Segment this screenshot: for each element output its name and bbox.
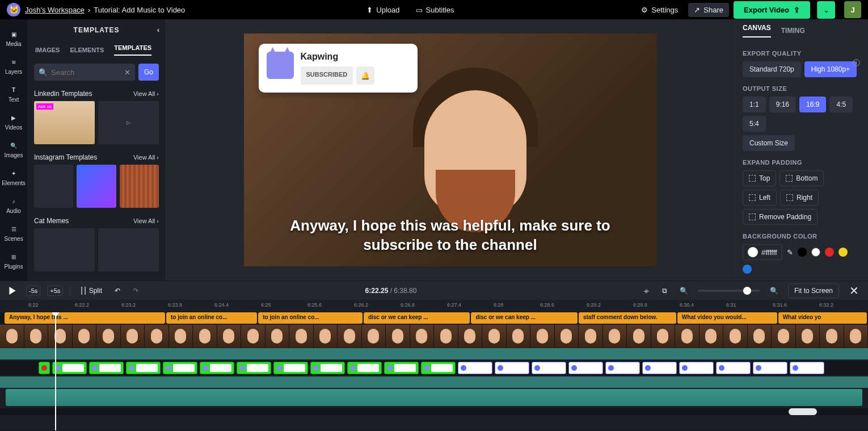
ratio-4-5[interactable]: 4:5 xyxy=(829,97,853,112)
video-clip-thumb[interactable] xyxy=(121,325,145,348)
rail-videos[interactable]: ▶Videos xyxy=(0,107,27,135)
caption-clip[interactable]: to join an online co... xyxy=(258,312,363,324)
video-clip-thumb[interactable] xyxy=(627,325,651,348)
video-clip-thumb[interactable] xyxy=(386,325,410,348)
video-clip-thumb[interactable] xyxy=(48,325,73,348)
export-button[interactable]: Export Video ⇪ xyxy=(734,1,810,19)
video-clip-thumb[interactable] xyxy=(193,325,217,348)
video-clip-thumb[interactable] xyxy=(675,325,700,348)
overlay-clip[interactable] xyxy=(495,362,529,374)
scroll-thumb[interactable] xyxy=(789,408,817,415)
search-box[interactable]: 🔍 ✕ xyxy=(34,64,135,81)
overlay-clip[interactable] xyxy=(458,362,492,374)
clear-search-icon[interactable]: ✕ xyxy=(124,68,130,77)
ratio-9-16[interactable]: 9:16 xyxy=(769,97,796,112)
video-clip-thumb[interactable] xyxy=(96,325,121,348)
upload-button[interactable]: ⬆ Upload xyxy=(361,3,405,17)
caption-clip[interactable]: What video yo xyxy=(778,312,867,324)
video-clip-thumb[interactable] xyxy=(266,325,290,348)
remove-padding[interactable]: Remove Padding xyxy=(743,209,818,225)
skip-fwd-5s[interactable]: +5s xyxy=(47,286,63,296)
overlay-clip[interactable] xyxy=(237,362,271,374)
video-clip-thumb[interactable] xyxy=(24,325,49,348)
timeline-scrollbar[interactable] xyxy=(0,408,868,415)
info-icon[interactable]: ⓘ xyxy=(853,58,860,68)
rail-audio[interactable]: ♪Audio xyxy=(0,191,27,219)
rail-text[interactable]: TText xyxy=(0,79,27,107)
video-clip-thumb[interactable] xyxy=(555,325,579,348)
template-thumb[interactable] xyxy=(34,101,95,144)
timeline-ruler[interactable]: 6:226:22.26:23.26:23.86:24.46:256:25.66:… xyxy=(0,300,868,312)
overlay-clip[interactable] xyxy=(89,362,124,374)
subtitles-button[interactable]: ▭ Subtitles xyxy=(410,3,460,17)
overlay-clip[interactable] xyxy=(716,362,751,374)
video-clip-thumb[interactable] xyxy=(410,325,435,348)
video-clip-thumb[interactable] xyxy=(796,325,820,348)
video-clip-thumb[interactable] xyxy=(482,325,507,348)
ratio-16-9[interactable]: 16:9 xyxy=(799,97,826,112)
pad-left[interactable]: Left xyxy=(743,190,777,206)
caption-clip[interactable]: What video you would... xyxy=(677,312,777,324)
rail-scenes[interactable]: ☰Scenes xyxy=(0,219,27,246)
overlay-clip[interactable] xyxy=(605,362,640,374)
export-dropdown[interactable]: ⌄ xyxy=(817,1,835,19)
video-clip-thumb[interactable] xyxy=(434,325,458,348)
search-input[interactable] xyxy=(51,68,121,77)
play-button[interactable] xyxy=(6,285,19,296)
zoom-slider[interactable] xyxy=(698,290,760,292)
view-all-linkedin[interactable]: View All › xyxy=(133,90,159,97)
user-avatar[interactable]: J xyxy=(844,1,861,18)
color-input[interactable]: #ffffff xyxy=(743,244,782,260)
tab-canvas[interactable]: CANVAS xyxy=(743,24,771,37)
close-timeline-icon[interactable]: ✕ xyxy=(846,284,862,298)
overlay-clip[interactable] xyxy=(642,362,677,374)
waveform-track-1[interactable] xyxy=(0,348,868,359)
magnet-icon[interactable]: ⧉ xyxy=(659,285,670,296)
caption-clip[interactable]: to join an online co... xyxy=(166,312,257,324)
undo-button[interactable]: ↶ xyxy=(112,285,123,296)
custom-size[interactable]: Custom Size xyxy=(743,135,795,151)
overlay-clip[interactable] xyxy=(347,362,382,374)
pad-top[interactable]: Top xyxy=(743,170,776,186)
settings-button[interactable]: ⚙ Settings xyxy=(635,3,684,17)
playhead[interactable] xyxy=(55,312,56,430)
overlay-clip[interactable] xyxy=(163,362,197,374)
tab-elements[interactable]: ELEMENTS xyxy=(70,47,104,53)
video-clip-thumb[interactable] xyxy=(458,325,483,348)
template-thumb[interactable] xyxy=(98,228,159,271)
overlay-clip[interactable] xyxy=(679,362,714,374)
overlay-clip[interactable] xyxy=(39,362,50,374)
video-clip-thumb[interactable] xyxy=(844,325,869,348)
pad-bottom[interactable]: Bottom xyxy=(779,170,824,186)
video-clip-thumb[interactable] xyxy=(603,325,627,348)
overlay-clip[interactable] xyxy=(273,362,308,374)
template-thumb[interactable] xyxy=(34,165,73,208)
video-clip-thumb[interactable] xyxy=(651,325,676,348)
split-button[interactable]: ⎮⎮ Split xyxy=(77,285,105,296)
video-clip-thumb[interactable] xyxy=(314,325,338,348)
template-thumb[interactable] xyxy=(120,165,159,208)
collapse-panel-icon[interactable]: ‹ xyxy=(157,26,160,34)
rail-images[interactable]: 🔍Images xyxy=(0,135,27,163)
caption-clip[interactable]: Anyway, I hope this ... xyxy=(5,312,165,324)
skip-back-5s[interactable]: -5s xyxy=(26,286,40,296)
swatch-black[interactable] xyxy=(798,248,807,257)
video-clip-thumb[interactable] xyxy=(217,325,242,348)
template-thumb[interactable]: ▷ xyxy=(98,101,159,144)
swatch-white[interactable] xyxy=(811,248,820,257)
overlay-clip[interactable] xyxy=(200,362,234,374)
ratio-1-1[interactable]: 1:1 xyxy=(743,97,766,112)
tab-timing[interactable]: TIMING xyxy=(781,27,805,35)
tab-images[interactable]: IMAGES xyxy=(35,47,60,53)
quality-high[interactable]: High 1080p+ xyxy=(804,61,857,77)
video-clip-thumb[interactable] xyxy=(579,325,603,348)
video-clip-thumb[interactable] xyxy=(289,325,314,348)
tab-templates[interactable]: TEMPLATES xyxy=(114,44,151,56)
swatch-red[interactable] xyxy=(825,248,834,257)
template-thumb[interactable] xyxy=(77,165,116,208)
audio-track[interactable] xyxy=(6,389,862,406)
overlay-clip[interactable] xyxy=(126,362,161,374)
share-button[interactable]: ↗ Share xyxy=(688,3,729,17)
video-clip-thumb[interactable] xyxy=(772,325,796,348)
video-clip-thumb[interactable] xyxy=(723,325,748,348)
